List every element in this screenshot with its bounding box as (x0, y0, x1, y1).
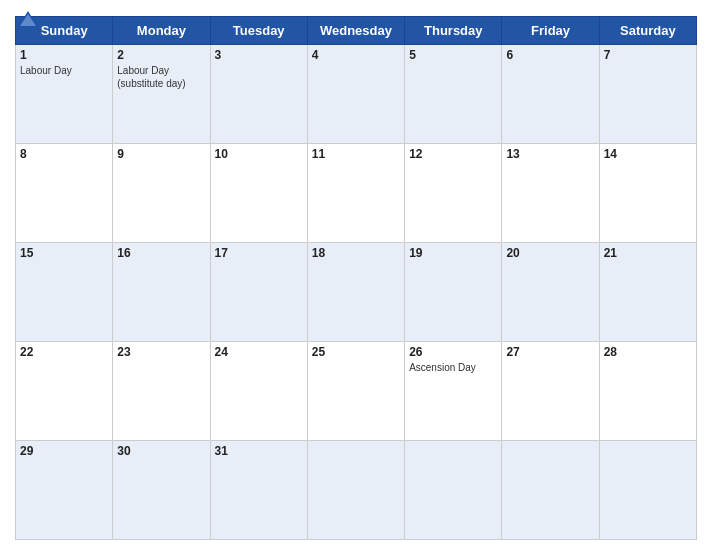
calendar-week-2: 891011121314 (16, 144, 697, 243)
day-number: 13 (506, 147, 594, 161)
day-number: 16 (117, 246, 205, 260)
calendar-cell: 6 (502, 45, 599, 144)
day-number: 27 (506, 345, 594, 359)
calendar-cell: 15 (16, 243, 113, 342)
calendar-cell: 31 (210, 441, 307, 540)
calendar-week-4: 2223242526Ascension Day2728 (16, 342, 697, 441)
calendar-cell: 10 (210, 144, 307, 243)
calendar-week-1: 1Labour Day2Labour Day (substitute day)3… (16, 45, 697, 144)
day-number: 1 (20, 48, 108, 62)
calendar-cell: 27 (502, 342, 599, 441)
calendar-cell: 9 (113, 144, 210, 243)
day-number: 5 (409, 48, 497, 62)
calendar-cell: 25 (307, 342, 404, 441)
day-number: 18 (312, 246, 400, 260)
day-number: 30 (117, 444, 205, 458)
header-wednesday: Wednesday (307, 17, 404, 45)
header-saturday: Saturday (599, 17, 696, 45)
day-number: 9 (117, 147, 205, 161)
day-number: 10 (215, 147, 303, 161)
holiday-text: Ascension Day (409, 361, 497, 374)
day-number: 11 (312, 147, 400, 161)
calendar-cell (307, 441, 404, 540)
calendar-cell: 4 (307, 45, 404, 144)
day-number: 14 (604, 147, 692, 161)
calendar-cell: 1Labour Day (16, 45, 113, 144)
day-number: 26 (409, 345, 497, 359)
calendar-cell: 5 (405, 45, 502, 144)
calendar-cell: 11 (307, 144, 404, 243)
calendar-table: Sunday Monday Tuesday Wednesday Thursday… (15, 16, 697, 540)
calendar-cell: 3 (210, 45, 307, 144)
calendar-cell: 17 (210, 243, 307, 342)
calendar-cell: 14 (599, 144, 696, 243)
calendar-cell: 19 (405, 243, 502, 342)
day-number: 15 (20, 246, 108, 260)
day-number: 29 (20, 444, 108, 458)
day-number: 4 (312, 48, 400, 62)
calendar-cell: 20 (502, 243, 599, 342)
calendar-cell: 8 (16, 144, 113, 243)
calendar-cell: 2Labour Day (substitute day) (113, 45, 210, 144)
day-number: 25 (312, 345, 400, 359)
day-number: 24 (215, 345, 303, 359)
day-number: 31 (215, 444, 303, 458)
day-number: 28 (604, 345, 692, 359)
day-number: 2 (117, 48, 205, 62)
calendar-cell: 28 (599, 342, 696, 441)
day-number: 7 (604, 48, 692, 62)
header-friday: Friday (502, 17, 599, 45)
logo-icon (17, 10, 39, 28)
day-number: 12 (409, 147, 497, 161)
calendar-cell: 7 (599, 45, 696, 144)
calendar-cell: 24 (210, 342, 307, 441)
calendar-cell: 23 (113, 342, 210, 441)
header-monday: Monday (113, 17, 210, 45)
calendar-cell: 21 (599, 243, 696, 342)
calendar-wrapper: Sunday Monday Tuesday Wednesday Thursday… (0, 0, 712, 550)
calendar-cell: 13 (502, 144, 599, 243)
calendar-cell: 12 (405, 144, 502, 243)
day-number: 3 (215, 48, 303, 62)
day-number: 21 (604, 246, 692, 260)
calendar-cell (599, 441, 696, 540)
calendar-cell (502, 441, 599, 540)
day-number: 19 (409, 246, 497, 260)
day-number: 6 (506, 48, 594, 62)
calendar-cell: 26Ascension Day (405, 342, 502, 441)
calendar-cell: 18 (307, 243, 404, 342)
day-number: 23 (117, 345, 205, 359)
header-tuesday: Tuesday (210, 17, 307, 45)
header-thursday: Thursday (405, 17, 502, 45)
day-number: 17 (215, 246, 303, 260)
weekday-header-row: Sunday Monday Tuesday Wednesday Thursday… (16, 17, 697, 45)
calendar-cell: 22 (16, 342, 113, 441)
day-number: 8 (20, 147, 108, 161)
calendar-cell (405, 441, 502, 540)
calendar-week-5: 293031 (16, 441, 697, 540)
holiday-text: Labour Day (20, 64, 108, 77)
day-number: 20 (506, 246, 594, 260)
calendar-cell: 16 (113, 243, 210, 342)
day-number: 22 (20, 345, 108, 359)
calendar-cell: 30 (113, 441, 210, 540)
logo-area (15, 10, 39, 28)
calendar-cell: 29 (16, 441, 113, 540)
holiday-text: Labour Day (substitute day) (117, 64, 205, 90)
calendar-week-3: 15161718192021 (16, 243, 697, 342)
